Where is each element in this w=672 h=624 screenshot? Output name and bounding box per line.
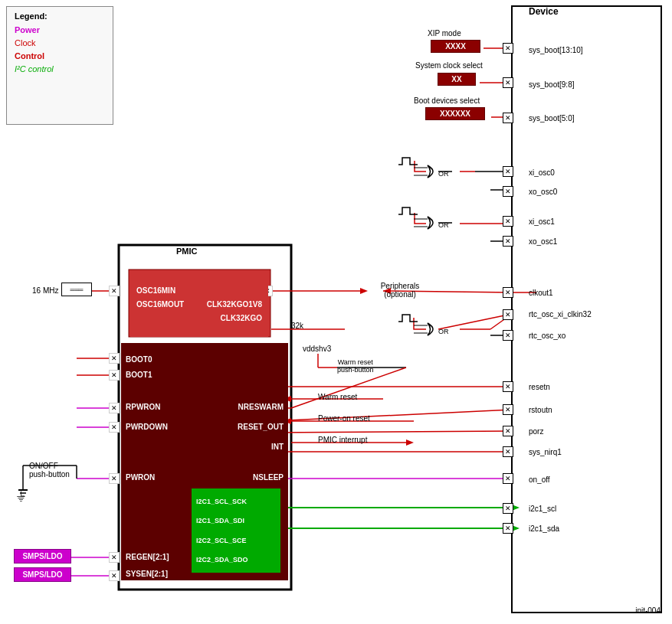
sys-clk-label: System clock select (415, 61, 483, 70)
pin-rpwron: RPWRON (126, 403, 161, 411)
conn-16mhz-l: ✕ (109, 286, 120, 296)
pin-pwron: PWRON (126, 473, 155, 482)
conn-xi-osc1: ✕ (503, 216, 513, 227)
i2c2-sda-sdo: I2C2_SDA_SDO (196, 556, 276, 564)
pin-nreswarm: NRESWARM (238, 403, 284, 411)
xip-mode-label: XIP mode (428, 29, 461, 38)
sig-i2c1-scl: i2c1_scl (529, 505, 556, 513)
conn-xo-osc1: ✕ (503, 236, 513, 247)
sig-i2c1-sda: i2c1_sda (529, 524, 559, 533)
sig-sys-boot-98: sys_boot[9:8] (529, 80, 574, 89)
sig-sys-nirq1: sys_nirq1 (529, 448, 562, 456)
or-label-2: OR (438, 221, 449, 229)
osc-text-1: OSC16MIN (136, 284, 262, 298)
conn-i2c1-scl: ✕ (503, 503, 513, 514)
pin-sysen: SYSEN[2:1] (126, 570, 168, 578)
conn-pwrdown-l: ✕ (109, 422, 120, 433)
i2c-block: I2C1_SCL_SCK I2C1_SDA_SDI I2C2_SCL_SCE I… (192, 488, 280, 573)
osc-text-2: OSC16MOUT CLK32KGO1V8 (136, 298, 262, 312)
conn-xo-osc0: ✕ (503, 186, 513, 197)
peripherals-label: Peripherals(optional) (369, 282, 431, 299)
pin-reset-out: RESET_OUT (238, 423, 284, 431)
pin-int: INT (271, 443, 284, 451)
sig-xo-osc0: xo_osc0 (529, 188, 557, 196)
conn-i2c1-sda: ✕ (503, 523, 513, 534)
crystal-symbol: ═══ (61, 283, 92, 296)
sig-xi-osc0: xi_osc0 (529, 168, 555, 177)
pin-boot1: BOOT1 (126, 371, 152, 379)
warm-reset-btn-label: Warm resetpush-button (337, 358, 374, 374)
osc-text-3: CLK32KGO (136, 312, 262, 325)
pin-pwrdown: PWRDOWN (126, 423, 168, 431)
conn-boot0-l: ✕ (109, 353, 120, 364)
conn-boot1-l: ✕ (109, 370, 120, 381)
sig-rstoutn: rstoutn (529, 406, 552, 414)
svg-rect-0 (512, 6, 661, 613)
sig-porz: porz (529, 427, 543, 436)
sysclk-reg: XX (438, 73, 476, 86)
conn-rtc-xi: ✕ (503, 309, 513, 320)
legend-control: Control (15, 51, 105, 60)
sig-rtc-xi: rtc_osc_xi_clkin32 (529, 310, 592, 319)
i2c2-scl-sce: I2C2_SCL_SCE (196, 537, 276, 544)
or-label-1: OR (438, 170, 449, 178)
pin-regen: REGEN[2:1] (126, 553, 169, 561)
boot-dev-label: Boot devices select (414, 96, 480, 105)
sig-xi-osc1: xi_osc1 (529, 217, 555, 226)
conn-clkout1: ✕ (503, 287, 513, 298)
legend-clock: Clock (15, 38, 105, 47)
pmic-interrupt-label: PMIC interrupt (318, 436, 367, 444)
pmic-label: PMIC (176, 247, 198, 256)
conn-sys-nirq1: ✕ (503, 446, 513, 457)
sig-xo-osc1: xo_osc1 (529, 237, 557, 246)
smps-ldo-2[interactable]: SMPS/LDO (14, 567, 71, 582)
xip-reg: XXXX (431, 40, 480, 53)
conn-sys-boot-1310: ✕ (503, 43, 513, 54)
legend-box: Legend: Power Clock Control I²C control (6, 6, 113, 125)
legend-i2c: I²C control (15, 64, 105, 74)
svg-line-39 (272, 431, 512, 433)
conn-rtc-xo: ✕ (503, 330, 513, 341)
init-label: init-004 (635, 606, 661, 615)
vddshv3-label: vddshv3 (303, 345, 331, 353)
device-label: Device (529, 6, 559, 17)
boot-reg: XXXXXX (425, 107, 485, 120)
conn-rpwron-l: ✕ (109, 403, 120, 413)
sig-sys-boot-50: sys_boot[5:0] (529, 114, 574, 123)
svg-marker-35 (406, 439, 414, 446)
smps-ldo-1[interactable]: SMPS/LDO (14, 549, 71, 564)
conn-xi-osc0: ✕ (503, 166, 513, 177)
sig-resetn: resetn (529, 383, 550, 391)
svg-marker-16 (360, 288, 368, 294)
conn-sysen-l: ✕ (109, 570, 120, 581)
osc-block: OSC16MIN OSC16MOUT CLK32KGO1V8 CLK32KGO (130, 272, 268, 337)
conn-porz: ✕ (503, 426, 513, 436)
legend-title: Legend: (15, 11, 105, 21)
warm-reset-signal: Warm reset (318, 393, 357, 401)
legend-power: Power (15, 25, 105, 34)
conn-rstoutn: ✕ (503, 404, 513, 415)
i2c-sda-sdi: I2C1_SDA_SDI (196, 517, 276, 524)
conn-sys-boot-98: ✕ (503, 77, 513, 88)
gnd-symbol: ⏚ (17, 488, 25, 504)
sig-rtc-xo: rtc_osc_xo (529, 332, 565, 340)
power-on-reset-label: Power-on reset (318, 414, 370, 423)
conn-sys-boot-50: ✕ (503, 113, 513, 123)
pin-nsleep: NSLEEP (253, 473, 284, 482)
or-label-3: OR (438, 328, 449, 335)
pin-boot0: BOOT0 (126, 355, 152, 364)
k32-label: 32k (291, 322, 303, 330)
svg-line-78 (438, 314, 512, 329)
sig-sys-boot-1310: sys_boot[13:10] (529, 46, 583, 54)
conn-on-off: ✕ (503, 473, 513, 484)
svg-line-38 (272, 410, 512, 421)
sig-on-off: on_off (529, 475, 550, 484)
conn-resetn: ✕ (503, 381, 513, 392)
freq-label: 16 MHz (32, 286, 58, 295)
diagram-container: Legend: Power Clock Control I²C control … (0, 0, 672, 624)
on-off-label: ON/OFFpush-button (29, 462, 70, 479)
i2c-scl-sck: I2C1_SCL_SCK (196, 498, 276, 505)
conn-regen-l: ✕ (109, 552, 120, 563)
sig-clkout1: clkout1 (529, 289, 553, 297)
conn-pwron-l: ✕ (109, 473, 120, 484)
